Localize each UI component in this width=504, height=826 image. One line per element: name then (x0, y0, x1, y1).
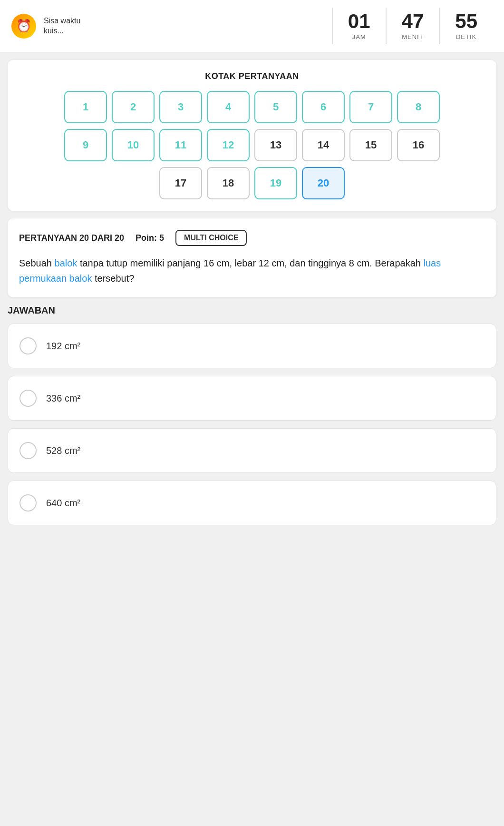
question-btn-5[interactable]: 5 (254, 91, 297, 123)
question-number-label: PERTANYAAN 20 DARI 20 (19, 233, 124, 243)
question-btn-20[interactable]: 20 (302, 167, 345, 199)
question-text-part1: Sebuah (19, 258, 55, 268)
question-text: Sebuah balok tanpa tutup memiliki panjan… (19, 256, 485, 286)
question-btn-19[interactable]: 19 (254, 167, 297, 199)
timer-minutes-block: 47 MENIT (386, 8, 439, 44)
timer-minutes-label: MENIT (402, 33, 423, 40)
question-btn-16[interactable]: 16 (397, 129, 440, 161)
answer-text-a: 192 cm² (46, 341, 80, 352)
type-badge: MULTI CHOICE (175, 230, 247, 246)
timer-hours: 01 (348, 11, 370, 31)
timer-seconds-block: 55 DETIK (439, 8, 493, 44)
points-label: Poin: 5 (136, 233, 164, 243)
question-btn-11[interactable]: 11 (159, 129, 202, 161)
question-btn-14[interactable]: 14 (302, 129, 345, 161)
timer-seconds: 55 (455, 11, 477, 31)
answer-title: JAWABAN (8, 305, 496, 316)
timer-seconds-label: DETIK (456, 33, 476, 40)
timer-icon: ⏰ (11, 14, 36, 39)
question-text-part2: tanpa tutup memiliki panjang 16 cm, leba… (77, 258, 423, 268)
question-text-part3: tersebut? (92, 273, 134, 284)
answer-section: JAWABAN 192 cm² 336 cm² 528 cm² 640 cm² (8, 305, 496, 525)
answer-option-a[interactable]: 192 cm² (8, 324, 496, 368)
timer-label: Sisa waktukuis... (44, 16, 80, 36)
question-btn-8[interactable]: 8 (397, 91, 440, 123)
radio-d[interactable] (19, 494, 37, 511)
question-row-2: 9 10 11 12 13 14 15 16 (64, 129, 440, 161)
radio-a[interactable] (19, 337, 37, 354)
timer-display: 01 JAM 47 MENIT 55 DETIK (332, 8, 493, 44)
question-btn-15[interactable]: 15 (349, 129, 392, 161)
question-row-3: 17 18 19 20 (159, 167, 345, 199)
question-box-section: KOTAK PERTANYAAN 1 2 3 4 5 6 7 8 9 10 11… (8, 60, 496, 211)
answer-text-c: 528 cm² (46, 445, 80, 456)
question-btn-18[interactable]: 18 (207, 167, 250, 199)
question-btn-13[interactable]: 13 (254, 129, 297, 161)
question-row-1: 1 2 3 4 5 6 7 8 (64, 91, 440, 123)
question-header: PERTANYAAN 20 DARI 20 Poin: 5 MULTI CHOI… (19, 230, 485, 246)
radio-c[interactable] (19, 442, 37, 459)
radio-b[interactable] (19, 390, 37, 407)
answer-option-c[interactable]: 528 cm² (8, 428, 496, 473)
timer-hours-label: JAM (352, 33, 366, 40)
question-grid: 1 2 3 4 5 6 7 8 9 10 11 12 13 14 15 16 1… (19, 91, 485, 199)
answer-option-d[interactable]: 640 cm² (8, 481, 496, 525)
timer-hours-block: 01 JAM (332, 8, 386, 44)
question-btn-17[interactable]: 17 (159, 167, 202, 199)
question-btn-9[interactable]: 9 (64, 129, 107, 161)
question-btn-10[interactable]: 10 (112, 129, 155, 161)
timer-section: ⏰ Sisa waktukuis... 01 JAM 47 MENIT 55 D… (0, 0, 504, 52)
question-btn-4[interactable]: 4 (207, 91, 250, 123)
question-highlight1: balok (55, 258, 78, 268)
answer-text-b: 336 cm² (46, 393, 80, 404)
question-btn-12[interactable]: 12 (207, 129, 250, 161)
question-btn-7[interactable]: 7 (349, 91, 392, 123)
question-btn-2[interactable]: 2 (112, 91, 155, 123)
answer-option-b[interactable]: 336 cm² (8, 376, 496, 421)
timer-minutes: 47 (402, 11, 424, 31)
question-btn-1[interactable]: 1 (64, 91, 107, 123)
question-btn-3[interactable]: 3 (159, 91, 202, 123)
question-btn-6[interactable]: 6 (302, 91, 345, 123)
question-detail-section: PERTANYAAN 20 DARI 20 Poin: 5 MULTI CHOI… (8, 218, 496, 297)
question-box-title: KOTAK PERTANYAAN (19, 71, 485, 81)
answer-text-d: 640 cm² (46, 498, 80, 509)
